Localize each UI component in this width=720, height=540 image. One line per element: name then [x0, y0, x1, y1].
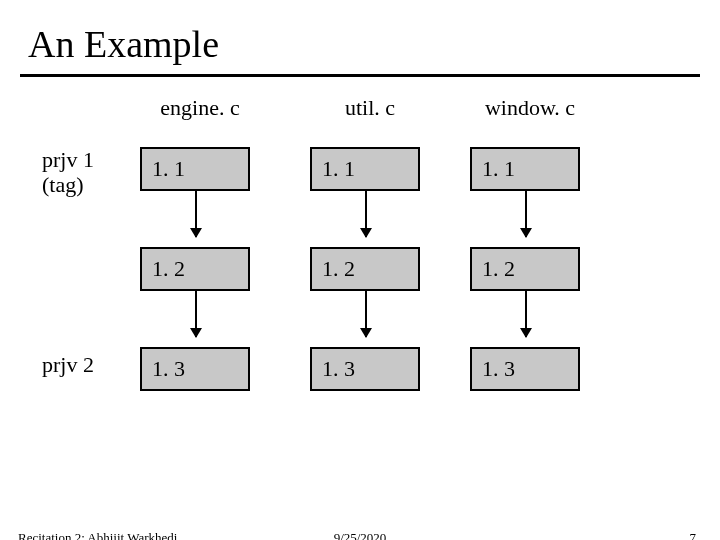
version-box: 1. 2 [140, 247, 250, 291]
arrow-down-icon [365, 291, 367, 337]
arrow-down-icon [525, 291, 527, 337]
arrow-down-icon [365, 191, 367, 237]
arrow-down-icon [195, 291, 197, 337]
version-box: 1. 2 [310, 247, 420, 291]
version-box: 1. 1 [140, 147, 250, 191]
footer-left: Recitation 2: Abhijit Warkhedi [18, 530, 177, 540]
column-header: window. c [470, 95, 590, 121]
version-box: 1. 3 [470, 347, 580, 391]
row-label: prjv 1(tag) [42, 147, 94, 198]
version-box: 1. 2 [470, 247, 580, 291]
footer-page-number: 7 [690, 530, 697, 540]
diagram-area: engine. cutil. cwindow. cprjv 1(tag)prjv… [0, 77, 720, 477]
arrow-down-icon [195, 191, 197, 237]
slide-title: An Example [0, 0, 720, 74]
version-box: 1. 3 [310, 347, 420, 391]
row-label: prjv 2 [42, 352, 94, 377]
column-header: util. c [310, 95, 430, 121]
column-header: engine. c [140, 95, 260, 121]
version-box: 1. 3 [140, 347, 250, 391]
version-box: 1. 1 [470, 147, 580, 191]
footer-date: 9/25/2020 [334, 530, 387, 540]
arrow-down-icon [525, 191, 527, 237]
version-box: 1. 1 [310, 147, 420, 191]
